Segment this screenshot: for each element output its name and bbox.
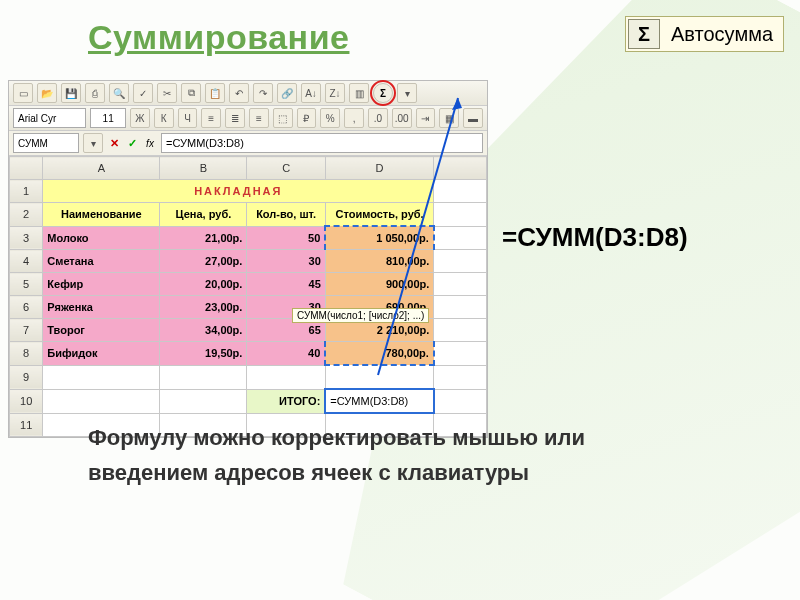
cell[interactable] xyxy=(434,342,487,366)
name-dropdown-icon[interactable]: ▾ xyxy=(83,133,103,153)
cell[interactable] xyxy=(434,250,487,273)
cell[interactable]: Бифидок xyxy=(43,342,160,366)
cell[interactable] xyxy=(247,365,325,389)
cell[interactable]: 34,00р. xyxy=(160,319,247,342)
cell[interactable]: 23,00р. xyxy=(160,296,247,319)
cell[interactable] xyxy=(434,389,487,413)
cell[interactable]: 1 050,00р. xyxy=(325,226,434,250)
dropdown-icon[interactable]: ▾ xyxy=(397,83,417,103)
indent-icon[interactable]: ⇥ xyxy=(416,108,436,128)
undo-icon[interactable]: ↶ xyxy=(229,83,249,103)
cell[interactable]: 900,00р. xyxy=(325,273,434,296)
cut-icon[interactable]: ✂ xyxy=(157,83,177,103)
cell[interactable] xyxy=(434,226,487,250)
paste-icon[interactable]: 📋 xyxy=(205,83,225,103)
col-header-c[interactable]: C xyxy=(247,157,325,180)
col-header-b[interactable]: B xyxy=(160,157,247,180)
cell[interactable]: 50 xyxy=(247,226,325,250)
italic-button[interactable]: К xyxy=(154,108,174,128)
row-header[interactable]: 8 xyxy=(10,342,43,366)
underline-button[interactable]: Ч xyxy=(178,108,198,128)
cell[interactable]: Творог xyxy=(43,319,160,342)
font-size-select[interactable]: 11 xyxy=(90,108,126,128)
col-header-a[interactable]: A xyxy=(43,157,160,180)
col-header-d[interactable]: D xyxy=(325,157,434,180)
align-left-icon[interactable]: ≡ xyxy=(201,108,221,128)
header-cell[interactable]: Кол-во, шт. xyxy=(247,203,325,227)
cell[interactable] xyxy=(434,273,487,296)
cell[interactable] xyxy=(43,389,160,413)
row-header[interactable]: 7 xyxy=(10,319,43,342)
cell[interactable]: Молоко xyxy=(43,226,160,250)
row-header[interactable]: 5 xyxy=(10,273,43,296)
cell[interactable] xyxy=(325,365,434,389)
fill-color-icon[interactable]: ▬ xyxy=(463,108,483,128)
cell[interactable]: 20,00р. xyxy=(160,273,247,296)
sheet-title-cell[interactable]: НАКЛАДНАЯ xyxy=(43,180,434,203)
cell[interactable]: 45 xyxy=(247,273,325,296)
merge-icon[interactable]: ⬚ xyxy=(273,108,293,128)
align-right-icon[interactable]: ≡ xyxy=(249,108,269,128)
cancel-icon[interactable]: ✕ xyxy=(107,136,121,150)
cell[interactable] xyxy=(434,180,487,203)
chart-icon[interactable]: ▥ xyxy=(349,83,369,103)
row-header[interactable]: 6 xyxy=(10,296,43,319)
header-cell[interactable]: Наименование xyxy=(43,203,160,227)
worksheet-grid[interactable]: A B C D 1 НАКЛАДНАЯ 2 Наименование Цена,… xyxy=(9,156,487,437)
sort-desc-icon[interactable]: Z↓ xyxy=(325,83,345,103)
cell[interactable]: Кефир xyxy=(43,273,160,296)
cell[interactable]: 40 xyxy=(247,342,325,366)
enter-icon[interactable]: ✓ xyxy=(125,136,139,150)
sort-asc-icon[interactable]: A↓ xyxy=(301,83,321,103)
total-label-cell[interactable]: ИТОГО: xyxy=(247,389,325,413)
cell[interactable] xyxy=(160,389,247,413)
copy-icon[interactable]: ⧉ xyxy=(181,83,201,103)
row-header[interactable]: 4 xyxy=(10,250,43,273)
cell[interactable]: 780,00р. xyxy=(325,342,434,366)
cell[interactable] xyxy=(434,296,487,319)
cell[interactable]: 21,00р. xyxy=(160,226,247,250)
cell[interactable] xyxy=(43,365,160,389)
cell[interactable]: 810,00р. xyxy=(325,250,434,273)
cell[interactable] xyxy=(434,319,487,342)
spell-icon[interactable]: ✓ xyxy=(133,83,153,103)
cell[interactable]: Ряженка xyxy=(43,296,160,319)
name-box[interactable]: СУММ xyxy=(13,133,79,153)
select-all-corner[interactable] xyxy=(10,157,43,180)
cell[interactable]: 30 xyxy=(247,250,325,273)
cell[interactable] xyxy=(160,365,247,389)
row-header[interactable]: 1 xyxy=(10,180,43,203)
comma-icon[interactable]: , xyxy=(344,108,364,128)
row-header[interactable]: 10 xyxy=(10,389,43,413)
border-icon[interactable]: ▦ xyxy=(439,108,459,128)
fx-icon[interactable]: fx xyxy=(143,136,157,150)
align-center-icon[interactable]: ≣ xyxy=(225,108,245,128)
cell[interactable] xyxy=(434,203,487,227)
new-icon[interactable]: ▭ xyxy=(13,83,33,103)
formula-input[interactable]: =СУММ(D3:D8) xyxy=(161,133,483,153)
row-header[interactable]: 11 xyxy=(10,413,43,437)
row-header[interactable]: 9 xyxy=(10,365,43,389)
col-header-e[interactable] xyxy=(434,157,487,180)
redo-icon[interactable]: ↷ xyxy=(253,83,273,103)
cell[interactable]: Сметана xyxy=(43,250,160,273)
preview-icon[interactable]: 🔍 xyxy=(109,83,129,103)
cell[interactable] xyxy=(434,365,487,389)
autosum-button[interactable]: Σ xyxy=(373,83,393,103)
percent-icon[interactable]: % xyxy=(320,108,340,128)
active-formula-cell[interactable]: =СУММ(D3:D8) xyxy=(325,389,434,413)
bold-button[interactable]: Ж xyxy=(130,108,150,128)
font-name-select[interactable]: Arial Cyr xyxy=(13,108,86,128)
cell[interactable]: 27,00р. xyxy=(160,250,247,273)
dec-decimal-icon[interactable]: .00 xyxy=(392,108,412,128)
header-cell[interactable]: Стоимость, руб. xyxy=(325,203,434,227)
row-header[interactable]: 3 xyxy=(10,226,43,250)
inc-decimal-icon[interactable]: .0 xyxy=(368,108,388,128)
currency-icon[interactable]: ₽ xyxy=(297,108,317,128)
header-cell[interactable]: Цена, руб. xyxy=(160,203,247,227)
link-icon[interactable]: 🔗 xyxy=(277,83,297,103)
open-icon[interactable]: 📂 xyxy=(37,83,57,103)
save-icon[interactable]: 💾 xyxy=(61,83,81,103)
cell[interactable]: 19,50р. xyxy=(160,342,247,366)
row-header[interactable]: 2 xyxy=(10,203,43,227)
